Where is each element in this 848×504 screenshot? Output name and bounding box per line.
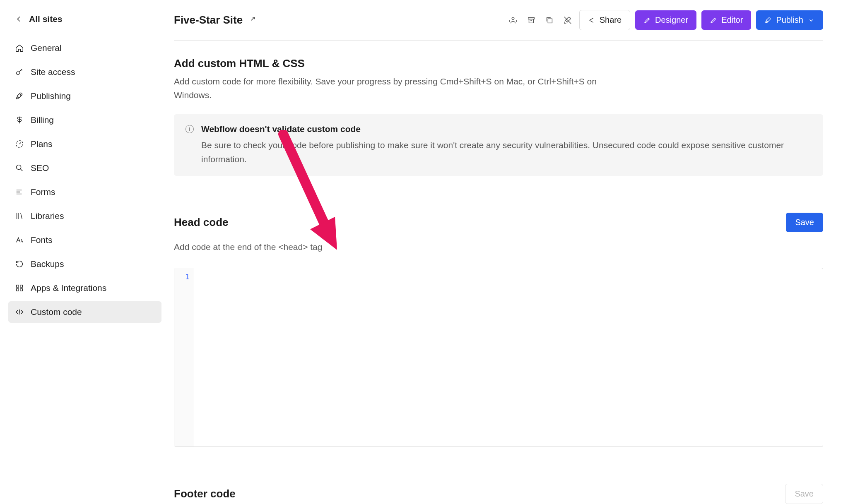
code-icon [15, 307, 24, 317]
section-description: Add custom code for more flexibility. Sa… [174, 75, 621, 102]
sidebar-item-custom-code[interactable]: Custom code [8, 301, 161, 323]
sidebar-item-billing[interactable]: Billing [8, 109, 161, 131]
nav-label: SEO [31, 163, 49, 173]
svg-rect-6 [17, 289, 19, 291]
sidebar-item-general[interactable]: General [8, 37, 161, 59]
save-head-code-button[interactable]: Save [786, 213, 823, 232]
nav-label: Apps & Integrations [31, 283, 106, 293]
line-number: 1 [174, 272, 190, 281]
nav-label: Custom code [31, 307, 82, 317]
share-label: Share [600, 15, 622, 25]
sidebar-item-apps-integrations[interactable]: Apps & Integrations [8, 277, 161, 299]
unpublish-icon[interactable] [561, 14, 574, 27]
share-button[interactable]: Share [579, 10, 630, 30]
editor-label: Editor [721, 15, 743, 25]
archive-icon[interactable] [525, 14, 538, 27]
sidebar-item-fonts[interactable]: Fonts [8, 229, 161, 251]
editor-button[interactable]: Editor [701, 10, 751, 30]
svg-point-3 [17, 165, 21, 170]
sidebar-item-seo[interactable]: SEO [8, 157, 161, 179]
save-footer-code-button[interactable]: Save [785, 484, 823, 504]
topbar: Five-Star Site [174, 10, 823, 41]
info-box: i Webflow doesn't validate custom code B… [174, 114, 823, 176]
sidebar: All sites General Site access Publishing [0, 0, 166, 504]
arrow-left-icon [14, 14, 23, 24]
svg-point-1 [20, 94, 21, 95]
save-label: Save [795, 218, 814, 227]
nav-label: General [31, 43, 62, 53]
home-icon [15, 43, 24, 53]
info-icon: i [186, 125, 194, 133]
editor-gutter: 1 [174, 268, 193, 446]
back-to-all-sites[interactable]: All sites [8, 10, 161, 28]
forms-icon [15, 187, 24, 197]
fonts-icon [15, 235, 24, 245]
chevron-down-icon [807, 17, 815, 24]
footer-code-header: Footer code Save [174, 467, 823, 504]
svg-rect-7 [20, 289, 23, 291]
info-body: Be sure to check your code before publis… [201, 138, 812, 166]
nav-label: Forms [31, 187, 55, 197]
nav-label: Libraries [31, 211, 64, 221]
footer-code-title: Footer code [174, 487, 236, 500]
search-icon [15, 163, 24, 173]
back-label: All sites [29, 14, 63, 24]
gauge-icon [15, 139, 24, 149]
head-code-title: Head code [174, 216, 229, 229]
designer-button[interactable]: Designer [635, 10, 696, 30]
nav-label: Publishing [31, 91, 71, 101]
section-title: Add custom HTML & CSS [174, 57, 823, 70]
svg-rect-5 [20, 285, 23, 288]
sidebar-item-publishing[interactable]: Publishing [8, 85, 161, 107]
head-code-header: Head code Save [174, 196, 823, 232]
head-code-description: Add code at the end of the <head> tag [174, 242, 823, 252]
members-icon[interactable] [506, 14, 520, 27]
nav-label: Plans [31, 139, 53, 149]
nav-label: Fonts [31, 235, 53, 245]
custom-code-section: Add custom HTML & CSS Add custom code fo… [174, 41, 823, 176]
publish-label: Publish [776, 15, 803, 25]
publish-button[interactable]: Publish [756, 10, 823, 30]
external-link-icon[interactable] [248, 16, 256, 24]
svg-point-8 [512, 17, 514, 19]
dollar-icon [15, 115, 24, 125]
svg-point-0 [17, 72, 19, 74]
sidebar-item-libraries[interactable]: Libraries [8, 205, 161, 227]
rocket-icon [15, 91, 24, 101]
site-title: Five-Star Site [174, 14, 243, 26]
svg-rect-9 [528, 17, 534, 19]
svg-rect-10 [548, 19, 552, 23]
restore-icon [15, 259, 24, 269]
sidebar-item-backups[interactable]: Backups [8, 253, 161, 275]
copy-icon[interactable] [543, 14, 556, 27]
toolbar: Share Designer Editor Publish [506, 10, 823, 30]
head-code-editor[interactable]: 1 [174, 268, 823, 447]
sidebar-item-forms[interactable]: Forms [8, 181, 161, 203]
svg-rect-4 [17, 285, 19, 288]
main-content: Five-Star Site [166, 0, 848, 504]
sidebar-item-site-access[interactable]: Site access [8, 61, 161, 83]
info-title: Webflow doesn't validate custom code [201, 124, 812, 134]
library-icon [15, 211, 24, 221]
apps-icon [15, 283, 24, 293]
nav-label: Site access [31, 67, 75, 77]
nav-label: Backups [31, 259, 64, 269]
editor-textarea[interactable] [193, 268, 823, 446]
save-label: Save [795, 489, 814, 498]
key-icon [15, 67, 24, 77]
nav-label: Billing [31, 115, 54, 125]
sidebar-item-plans[interactable]: Plans [8, 133, 161, 155]
designer-label: Designer [655, 15, 688, 25]
